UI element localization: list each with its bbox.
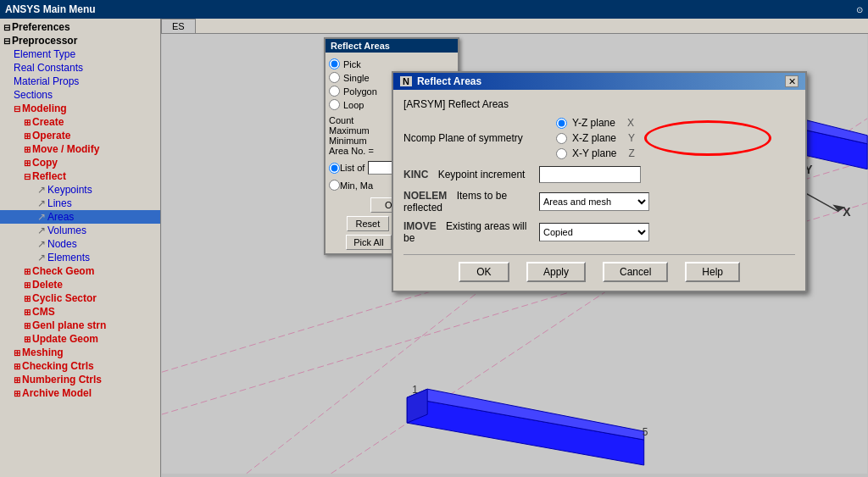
ok-button[interactable]: OK [459,262,509,282]
reflect-dialog: N Reflect Areas ✕ [ARSYM] Reflect Areas … [392,71,807,292]
sidebar-item-nodes[interactable]: ↗Nodes [0,237,160,251]
noelem-label: NOELEM [403,190,447,202]
xz-plane-value: Y [628,132,635,144]
sidebar-item-checking-ctrls[interactable]: ⊞Checking Ctrls [0,359,160,373]
ncomp-label: Ncomp Plane of symmetry [403,132,539,144]
viewport-tab-es[interactable]: ES [161,19,196,33]
sidebar-item-real-constants[interactable]: Real Constants [0,61,160,75]
sidebar-item-cyclic-sector[interactable]: ⊞Cyclic Sector [0,291,160,305]
min-max-radio[interactable] [329,180,340,191]
restore-icon[interactable]: ⊙ [856,5,863,14]
loop-radio[interactable] [329,99,340,110]
pick-radio[interactable] [329,58,340,69]
sidebar-item-reflect[interactable]: ⊟Reflect [0,169,160,183]
sidebar-item-modeling[interactable]: ⊟Modeling [0,102,160,115]
imove-select[interactable]: Copied Moved [539,223,649,241]
yz-plane-label: Y-Z plane [572,117,615,129]
xz-plane-label: X-Z plane [572,132,616,144]
xz-plane-radio[interactable] [556,133,567,144]
sidebar-item-volumes[interactable]: ↗Volumes [0,224,160,237]
apply-button[interactable]: Apply [526,262,586,282]
svg-text:X: X [843,205,851,219]
sidebar-item-elements[interactable]: ↗Elements [0,251,160,264]
kinc-label: KINC [403,169,428,180]
sidebar-item-genl-plane-strn[interactable]: ⊞Genl plane strn [0,319,160,332]
kinc-desc: Keypoint increment [438,169,526,180]
svg-text:5: 5 [643,426,648,438]
sidebar-item-move-modify[interactable]: ⊞Move / Modify [0,142,160,156]
yz-plane-radio[interactable] [556,118,567,129]
help-button[interactable]: Help [685,262,740,282]
noelem-label-wrap: NOELEM Items to be reflected [403,190,539,214]
xy-plane-option[interactable]: X-Y plane Z [556,147,635,159]
sidebar-item-meshing[interactable]: ⊞Meshing [0,346,160,359]
arsym-row: [ARSYM] Reflect Areas [403,98,795,110]
xy-plane-label: X-Y plane [572,147,616,159]
dialog-title-text: Reflect Areas [417,75,481,87]
sidebar-item-delete[interactable]: ⊞Delete [0,278,160,291]
single-radio[interactable] [329,72,340,83]
cancel-button[interactable]: Cancel [603,262,668,282]
sidebar-item-preprocessor[interactable]: ⊟Preprocessor [0,34,160,47]
picker-title: Reflect Areas [326,39,458,53]
polygon-radio[interactable] [329,86,340,97]
sidebar-item-keypoints[interactable]: ↗Keypoints [0,183,160,197]
dialog-icon: N [400,76,412,86]
svg-text:1: 1 [412,384,418,396]
yz-plane-option[interactable]: Y-Z plane X [556,117,635,129]
ncomp-row: Ncomp Plane of symmetry Y-Z plane X X-Z … [403,117,795,159]
sidebar-item-material-props[interactable]: Material Props [0,75,160,88]
title-bar: ANSYS Main Menu ⊙ [0,0,868,19]
dialog-title-bar: N Reflect Areas ✕ [393,73,805,90]
noelem-select-row: Areas and mesh Areas only No areas or me… [539,192,649,211]
sidebar-item-sections[interactable]: Sections [0,88,160,102]
sidebar-item-create[interactable]: ⊞Create [0,115,160,129]
pick-radio-row[interactable]: Pick [329,58,454,69]
sidebar-item-numbering-ctrls[interactable]: ⊞Numbering Ctrls [0,373,160,386]
xy-plane-radio[interactable] [556,148,567,159]
kinc-row: KINC Keypoint increment [403,166,795,183]
noelem-row: NOELEM Items to be reflected Areas and m… [403,190,795,214]
xz-plane-option[interactable]: X-Z plane Y [556,132,635,144]
arsym-label: [ARSYM] Reflect Areas [403,98,509,110]
imove-label: IMOVE [403,220,437,232]
list-of-radio[interactable] [329,163,340,174]
app-title: ANSYS Main Menu [5,3,96,15]
sidebar-item-lines[interactable]: ↗Lines [0,197,160,210]
sidebar-item-areas[interactable]: ↗Areas [0,210,160,224]
dialog-buttons: OK Apply Cancel Help [403,254,795,282]
yz-plane-value: X [627,117,634,129]
sidebar: ⊟Preferences ⊟Preprocessor Element Type … [0,19,161,477]
sidebar-item-element-type[interactable]: Element Type [0,47,160,61]
sidebar-item-preferences[interactable]: ⊟Preferences [0,20,160,34]
sidebar-item-operate[interactable]: ⊞Operate [0,129,160,142]
imove-row: IMOVE Existing areas will be Copied Move… [403,220,795,244]
dialog-close-button[interactable]: ✕ [785,75,798,87]
picker-pick-all-button[interactable]: Pick All [346,235,391,250]
imove-select-row: Copied Moved [539,223,649,241]
xy-plane-value: Z [628,147,634,159]
sidebar-item-cms[interactable]: ⊞CMS [0,305,160,319]
sidebar-item-check-geom[interactable]: ⊞Check Geom [0,264,160,278]
sidebar-item-update-geom[interactable]: ⊞Update Geom [0,332,160,346]
picker-reset-button[interactable]: Reset [347,216,389,231]
sidebar-item-archive-model[interactable]: ⊞Archive Model [0,386,160,400]
viewport-tabs: ES [161,19,868,34]
sidebar-item-copy[interactable]: ⊞Copy [0,156,160,169]
noelem-select[interactable]: Areas and mesh Areas only No areas or me… [539,192,649,211]
imove-label-wrap: IMOVE Existing areas will be [403,220,539,244]
plane-options: Y-Z plane X X-Z plane Y X-Y plane Z [556,117,635,159]
kinc-label-wrap: KINC Keypoint increment [403,169,539,180]
kinc-input[interactable] [539,166,641,183]
